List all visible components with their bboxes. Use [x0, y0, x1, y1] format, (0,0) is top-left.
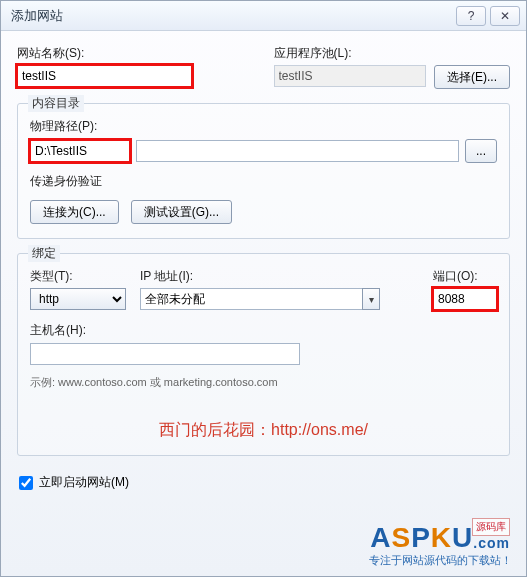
start-auto-label: 立即启动网站(M)	[39, 474, 129, 491]
hostname-input[interactable]	[30, 343, 300, 365]
connect-as-button[interactable]: 连接为(C)...	[30, 200, 119, 224]
site-name-input[interactable]	[17, 65, 192, 87]
watermark-text: 西门的后花园：http://ons.me/	[30, 420, 497, 441]
app-pool-input	[274, 65, 427, 87]
dialog-content: 网站名称(S): 应用程序池(L): 选择(E)... 内容目录 物理路径(P)…	[1, 31, 526, 503]
content-dir-group: 内容目录 物理路径(P): ... 传递身份验证 连接为(C)... 测试设置(…	[17, 103, 510, 239]
ellipsis-icon: ...	[476, 144, 486, 158]
ip-select[interactable]	[140, 288, 380, 310]
close-icon: ✕	[500, 9, 510, 23]
hostname-example: 示例: www.contoso.com 或 marketing.contoso.…	[30, 375, 497, 390]
chevron-down-icon[interactable]	[362, 288, 380, 310]
binding-legend: 绑定	[28, 245, 60, 262]
footer-tagline: 专注于网站源代码的下载站！	[369, 553, 512, 568]
browse-button[interactable]: ...	[465, 139, 497, 163]
ip-label: IP 地址(I):	[140, 268, 419, 285]
start-auto-checkbox[interactable]	[19, 476, 33, 490]
physical-path-input-ext[interactable]	[136, 140, 459, 162]
close-button[interactable]: ✕	[490, 6, 520, 26]
passthrough-label: 传递身份验证	[30, 174, 102, 188]
site-name-label: 网站名称(S):	[17, 45, 254, 62]
help-button[interactable]: ?	[456, 6, 486, 26]
ip-input[interactable]	[140, 288, 362, 310]
test-settings-button[interactable]: 测试设置(G)...	[131, 200, 232, 224]
port-input[interactable]	[433, 288, 497, 310]
physical-path-input[interactable]	[30, 140, 130, 162]
hostname-label: 主机名(H):	[30, 323, 86, 337]
dialog-title: 添加网站	[11, 7, 452, 25]
type-label: 类型(T):	[30, 268, 126, 285]
physical-path-label: 物理路径(P):	[30, 119, 97, 133]
select-app-pool-button[interactable]: 选择(E)...	[434, 65, 510, 89]
add-website-dialog: 添加网站 ? ✕ 网站名称(S): 应用程序池(L): 选择(E)... 内容目…	[0, 0, 527, 577]
footer-logo: A S P K U .com	[370, 522, 510, 554]
app-pool-label: 应用程序池(L):	[274, 45, 511, 62]
content-dir-legend: 内容目录	[28, 95, 84, 112]
type-select[interactable]: http	[30, 288, 126, 310]
binding-group: 绑定 类型(T): http IP 地址(I): 端口(O):	[17, 253, 510, 456]
port-label: 端口(O):	[433, 268, 497, 285]
titlebar: 添加网站 ? ✕	[1, 1, 526, 31]
